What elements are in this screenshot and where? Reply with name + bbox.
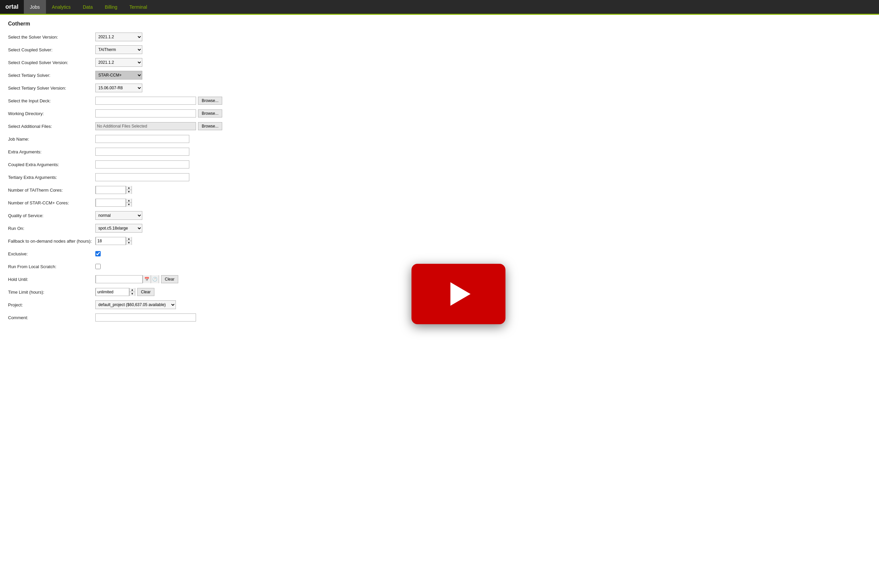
- extra-args-control: [95, 148, 189, 156]
- time-limit-clear-button[interactable]: Clear: [137, 288, 154, 296]
- input-deck-row: Select the Input Deck: Browse...: [8, 96, 871, 105]
- fallback-up-button[interactable]: ▲: [126, 237, 132, 241]
- nav-tab-terminal[interactable]: Terminal: [123, 0, 153, 14]
- time-limit-input[interactable]: [96, 288, 129, 296]
- nav-tab-jobs[interactable]: Jobs: [24, 0, 46, 14]
- input-deck-control: Browse...: [95, 97, 222, 105]
- comment-field[interactable]: [95, 314, 196, 321]
- job-name-label: Job Name:: [8, 136, 95, 142]
- hold-until-control: 📅 🕐 Clear: [95, 275, 178, 283]
- project-select[interactable]: default_project ($60,637.05 available): [95, 300, 176, 309]
- tai-cores-spinner-buttons: ▲ ▼: [126, 186, 132, 194]
- tai-cores-input[interactable]: [96, 186, 126, 194]
- project-label: Project:: [8, 302, 95, 308]
- tertiary-solver-label: Select Tertiary Solver:: [8, 73, 95, 78]
- working-directory-field[interactable]: [95, 110, 196, 117]
- tertiary-solver-version-row: Select Tertiary Solver Version: 15.06.00…: [8, 83, 871, 93]
- coupled-extra-args-row: Coupled Extra Arguments:: [8, 160, 871, 169]
- comment-label: Comment:: [8, 315, 95, 320]
- coupled-solver-version-control: 2021.1.2: [95, 58, 142, 67]
- starccm-cores-spinner[interactable]: ▲ ▼: [95, 199, 132, 207]
- run-on-row: Run On: spot.c5.18xlarge: [8, 224, 871, 233]
- local-scratch-control: [95, 264, 100, 269]
- tertiary-solver-control: STAR-CCM+: [95, 71, 142, 80]
- extra-args-field[interactable]: [95, 148, 189, 156]
- extra-args-label: Extra Arguments:: [8, 149, 95, 154]
- tai-cores-down-button[interactable]: ▼: [126, 190, 132, 194]
- hold-until-field[interactable]: [96, 275, 142, 283]
- solver-version-label: Select the Solver Version:: [8, 34, 95, 40]
- additional-files-label: Select Additional Files:: [8, 124, 95, 129]
- tai-cores-label: Number of TAITherm Cores:: [8, 188, 95, 193]
- time-limit-spinner[interactable]: ▲ ▼: [95, 288, 135, 296]
- input-deck-label: Select the Input Deck:: [8, 98, 95, 104]
- hold-until-wrapper: 📅 🕐: [95, 275, 159, 283]
- coupled-solver-row: Select Coupled Solver: TAITherm: [8, 45, 871, 54]
- solver-version-select[interactable]: 2021.1.2: [95, 33, 142, 41]
- coupled-solver-version-row: Select Coupled Solver Version: 2021.1.2: [8, 58, 871, 67]
- coupled-extra-args-label: Coupled Extra Arguments:: [8, 162, 95, 167]
- tai-cores-up-button[interactable]: ▲: [126, 186, 132, 190]
- hold-until-clear-button[interactable]: Clear: [161, 275, 178, 283]
- nav-bar: ortal Jobs Analytics Data Billing Termin…: [0, 0, 879, 15]
- fallback-label: Fallback to on-demand nodes after (hours…: [8, 238, 95, 244]
- nav-tab-data[interactable]: Data: [77, 0, 99, 14]
- exclusive-control: [95, 251, 100, 256]
- starccm-cores-input[interactable]: [96, 199, 126, 207]
- fallback-spinner-buttons: ▲ ▼: [126, 237, 132, 245]
- additional-files-control: No Additional Files Selected Browse...: [95, 122, 222, 130]
- job-name-control: [95, 135, 189, 143]
- tertiary-extra-args-label: Tertiary Extra Arguments:: [8, 175, 95, 180]
- tertiary-solver-version-control: 15.06.007-R8: [95, 84, 142, 92]
- nav-tab-analytics[interactable]: Analytics: [46, 0, 77, 14]
- working-directory-browse-button[interactable]: Browse...: [198, 110, 222, 117]
- tertiary-extra-args-field[interactable]: [95, 173, 189, 181]
- tai-cores-control: ▲ ▼: [95, 186, 132, 194]
- input-deck-field[interactable]: [95, 97, 196, 105]
- exclusive-row: Exclusive:: [8, 249, 871, 258]
- solver-version-control: 2021.1.2: [95, 33, 142, 41]
- tertiary-solver-version-select[interactable]: 15.06.007-R8: [95, 84, 142, 92]
- fallback-row: Fallback to on-demand nodes after (hours…: [8, 236, 871, 246]
- local-scratch-checkbox[interactable]: [95, 264, 100, 269]
- input-deck-browse-button[interactable]: Browse...: [198, 97, 222, 105]
- time-limit-label: Time Limit (hours):: [8, 290, 95, 295]
- time-limit-up-button[interactable]: ▲: [129, 288, 135, 292]
- starccm-cores-spinner-buttons: ▲ ▼: [126, 199, 132, 207]
- time-limit-control: ▲ ▼ Clear: [95, 288, 154, 296]
- starccm-cores-down-button[interactable]: ▼: [126, 203, 132, 207]
- run-on-select[interactable]: spot.c5.18xlarge: [95, 224, 142, 232]
- coupled-extra-args-control: [95, 160, 189, 168]
- tai-cores-row: Number of TAITherm Cores: ▲ ▼: [8, 185, 871, 195]
- tai-cores-spinner[interactable]: ▲ ▼: [95, 186, 132, 194]
- hold-until-label: Hold Until:: [8, 277, 95, 282]
- job-name-row: Job Name:: [8, 134, 871, 144]
- fallback-down-button[interactable]: ▼: [126, 241, 132, 245]
- tertiary-solver-select[interactable]: STAR-CCM+: [95, 71, 142, 80]
- run-on-control: spot.c5.18xlarge: [95, 224, 142, 232]
- fallback-input[interactable]: [96, 237, 126, 245]
- qos-row: Quality of Service: normal: [8, 211, 871, 220]
- youtube-play-overlay[interactable]: [411, 264, 506, 324]
- hold-until-clock-icon[interactable]: 🕐: [151, 275, 159, 283]
- qos-select[interactable]: normal: [95, 211, 142, 220]
- coupled-extra-args-field[interactable]: [95, 160, 189, 168]
- additional-files-browse-button[interactable]: Browse...: [198, 122, 222, 130]
- time-limit-down-button[interactable]: ▼: [129, 292, 135, 296]
- coupled-solver-version-label: Select Coupled Solver Version:: [8, 60, 95, 65]
- starccm-cores-up-button[interactable]: ▲: [126, 199, 132, 203]
- tertiary-extra-args-control: [95, 173, 189, 181]
- starccm-cores-label: Number of STAR-CCM+ Cores:: [8, 200, 95, 206]
- exclusive-checkbox[interactable]: [95, 251, 100, 256]
- hold-until-calendar-icon[interactable]: 📅: [142, 275, 151, 283]
- coupled-solver-version-select[interactable]: 2021.1.2: [95, 58, 142, 67]
- job-name-field[interactable]: [95, 135, 189, 143]
- qos-control: normal: [95, 211, 142, 220]
- fallback-spinner[interactable]: ▲ ▼: [95, 237, 132, 245]
- page-title: Cotherm: [8, 21, 871, 27]
- qos-label: Quality of Service:: [8, 213, 95, 218]
- working-directory-control: Browse...: [95, 110, 222, 117]
- tertiary-solver-version-label: Select Tertiary Solver Version:: [8, 86, 95, 91]
- nav-tab-billing[interactable]: Billing: [99, 0, 123, 14]
- coupled-solver-select[interactable]: TAITherm: [95, 45, 142, 54]
